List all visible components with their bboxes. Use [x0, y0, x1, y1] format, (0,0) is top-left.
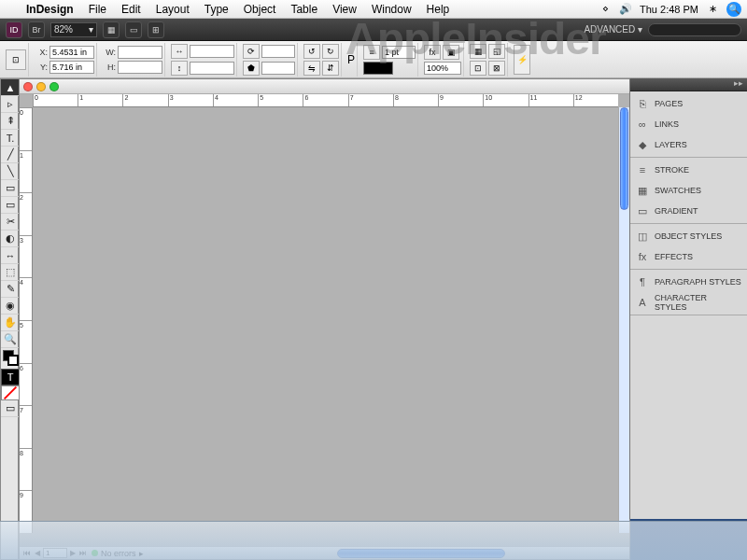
corner-options-icon[interactable]: ◱ — [488, 44, 505, 59]
panel-effects[interactable]: fxEFFECTS — [630, 246, 747, 267]
fill-stroke-proxy[interactable] — [1, 348, 20, 369]
scrollbar-thumb[interactable] — [620, 107, 628, 210]
opacity-field[interactable]: 100% — [424, 62, 461, 75]
scale-y-field[interactable] — [190, 62, 234, 75]
menu-help[interactable]: Help — [419, 3, 458, 16]
line-tool[interactable]: ╱ — [1, 147, 20, 163]
rotate-field[interactable] — [261, 45, 295, 58]
panel-object-styles[interactable]: ◫OBJECT STYLES — [630, 226, 747, 246]
app-name[interactable]: InDesign — [19, 3, 81, 16]
vertical-scrollbar[interactable] — [618, 107, 629, 533]
panel-stroke[interactable]: ≡STROKE — [630, 160, 747, 180]
fx-icon[interactable]: fx — [424, 45, 441, 60]
h-field[interactable] — [118, 61, 162, 74]
document-canvas[interactable] — [33, 107, 618, 533]
apply-color-icon[interactable]: T — [1, 369, 20, 385]
scale-x-field[interactable] — [190, 45, 234, 58]
scale-x-icon[interactable]: ↔ — [171, 44, 188, 59]
stroke-color-icon[interactable] — [7, 355, 19, 366]
zoom-window-icon[interactable] — [49, 82, 59, 91]
selection-tool[interactable]: ▲ — [1, 79, 20, 96]
measure-tool[interactable]: ◉ — [1, 298, 20, 315]
hand-tool[interactable]: ✋ — [1, 315, 20, 331]
horizontal-ruler[interactable]: 0123456789101112 — [33, 94, 618, 107]
panel-paragraph-styles[interactable]: ¶PARAGRAPH STYLES — [630, 272, 747, 292]
clock[interactable]: Thu 2:48 PM — [640, 4, 698, 15]
arrange-docs-icon[interactable]: ⊞ — [148, 21, 164, 38]
panel-links[interactable]: ∞LINKS — [630, 114, 747, 134]
fit-content-icon[interactable]: ⊡ — [470, 61, 486, 76]
panel-layers[interactable]: ◆LAYERS — [630, 134, 747, 155]
w-field[interactable] — [118, 46, 162, 59]
panel-character-styles[interactable]: ACHARACTER STYLES — [630, 292, 747, 313]
panel-label: SWATCHES — [655, 186, 701, 195]
effects-icon: fx — [636, 250, 649, 263]
flip-h-icon[interactable]: ⇋ — [303, 61, 320, 76]
mac-dock[interactable] — [0, 521, 747, 560]
panel-swatches[interactable]: ▦SWATCHES — [630, 180, 747, 201]
stroke-style-swatch[interactable] — [363, 62, 393, 75]
type-tool[interactable]: T. — [1, 130, 20, 147]
minimize-window-icon[interactable] — [36, 82, 46, 91]
id-app-icon[interactable]: ID — [6, 21, 22, 38]
menu-edit[interactable]: Edit — [114, 3, 148, 16]
shear-field[interactable] — [261, 62, 295, 75]
apply-none-icon[interactable] — [1, 385, 20, 400]
rotate-cw-icon[interactable]: ↻ — [322, 44, 339, 59]
vertical-ruler[interactable]: 0123456789 — [20, 107, 33, 533]
pages-icon: ⎘ — [636, 97, 649, 110]
text-wrap-icon[interactable]: ▦ — [470, 44, 486, 59]
drop-shadow-icon[interactable]: ▣ — [443, 45, 459, 60]
menu-view[interactable]: View — [325, 3, 364, 16]
volume-icon[interactable]: 🔊 — [619, 3, 632, 16]
rectangle-frame-tool[interactable]: ▭ — [1, 180, 20, 197]
quick-apply-icon[interactable]: ⚡ — [514, 45, 530, 75]
scale-y-icon[interactable]: ↕ — [171, 61, 188, 76]
document-window: 0123456789101112 0123456789 ⏮ ◀ 1 ▶ ⏭ No… — [19, 78, 630, 560]
free-transform-tool[interactable]: ◐ — [1, 231, 20, 247]
rotate-ccw-icon[interactable]: ↺ — [303, 44, 320, 59]
panel-collapse-bar[interactable]: ▸▸ — [630, 78, 747, 91]
panel-label: OBJECT STYLES — [655, 231, 722, 241]
stroke-weight-field[interactable]: 1 pt — [382, 46, 416, 59]
rectangle-tool[interactable]: ▭ — [1, 197, 20, 214]
gradient-swatch-tool[interactable]: ↔ — [1, 247, 20, 264]
workspace-switcher[interactable]: ADVANCED ▾ — [584, 24, 642, 35]
eyedropper-tool[interactable]: ✎ — [1, 281, 20, 298]
menu-layout[interactable]: Layout — [148, 3, 197, 16]
pen-tool[interactable]: ╲ — [1, 163, 20, 180]
panel-pages[interactable]: ⎘PAGES — [630, 93, 747, 114]
panel-gradient[interactable]: ▭GRADIENT — [630, 201, 747, 221]
direct-selection-tool[interactable]: ▹ — [1, 96, 20, 113]
bluetooth-icon[interactable]: ∗ — [706, 3, 719, 16]
menu-object[interactable]: Object — [236, 3, 284, 16]
scissors-tool[interactable]: ✂ — [1, 214, 20, 231]
close-window-icon[interactable] — [23, 82, 33, 91]
zoom-tool[interactable]: 🔍 — [1, 331, 20, 348]
y-field[interactable]: 5.716 in — [49, 61, 94, 74]
note-tool[interactable]: ⬚ — [1, 264, 20, 281]
view-options-icon[interactable]: ▦ — [103, 21, 120, 38]
menu-window[interactable]: Window — [364, 3, 419, 16]
flip-v-icon[interactable]: ⇵ — [322, 61, 339, 76]
rotate-icon[interactable]: ⟳ — [243, 44, 260, 59]
zoom-level-dropdown[interactable]: 82%▾ — [50, 22, 97, 37]
spotlight-icon[interactable]: 🔍 — [726, 2, 741, 17]
screen-mode-icon[interactable]: ▭ — [125, 21, 142, 38]
reference-point-proxy[interactable]: ⊡ — [6, 49, 26, 70]
page-tool[interactable]: ⇞ — [1, 113, 20, 130]
wifi-icon[interactable]: ⋄ — [599, 3, 612, 16]
screen-mode-tool[interactable]: ▭ — [1, 400, 20, 417]
search-field[interactable] — [648, 23, 741, 36]
menu-table[interactable]: Table — [283, 3, 325, 16]
p-selector-icon[interactable]: P — [347, 53, 355, 66]
application-bar: ID Br 82%▾ ▦ ▭ ⊞ ADVANCED ▾ — [0, 19, 747, 41]
menu-file[interactable]: File — [81, 3, 114, 16]
object-styles-icon: ◫ — [636, 230, 649, 243]
panel-label: GRADIENT — [655, 206, 698, 216]
x-field[interactable]: 5.4531 in — [49, 46, 94, 59]
fit-frame-icon[interactable]: ⊠ — [488, 61, 505, 76]
shear-icon[interactable]: ⬟ — [243, 61, 260, 76]
bridge-icon[interactable]: Br — [28, 21, 45, 38]
menu-type[interactable]: Type — [197, 3, 236, 16]
